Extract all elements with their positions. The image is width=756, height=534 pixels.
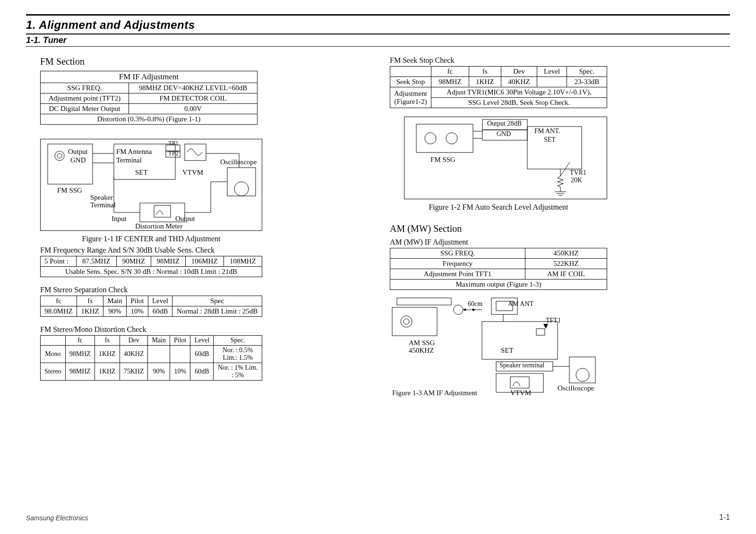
label-gnd: GND: [70, 156, 86, 164]
cell: 10%: [170, 363, 190, 381]
cell: fs: [94, 336, 120, 346]
svg-point-22: [446, 133, 457, 144]
label-set3: SET: [501, 347, 514, 355]
cell: fc: [65, 336, 94, 346]
seek-stop-table: fc fs Dev Level Spec. Seek Stop 98MHZ 1K…: [390, 66, 607, 108]
cell: Main: [103, 296, 126, 306]
cell: Adjust TVR1(MIC6 30Pin Voltage 2.10V+/-0…: [431, 87, 607, 98]
top-rule: [26, 14, 730, 16]
label-60cm: 60cm: [468, 300, 482, 308]
cell: [390, 67, 431, 77]
cell: 75KHZ: [120, 363, 148, 381]
figure-1-3: 60cm AM ANT TFT1 AM SSG 450KHZ SET Speak…: [390, 296, 607, 397]
label-am-ssg: AM SSG: [409, 339, 435, 347]
label-tvr1: TVR1: [570, 169, 586, 177]
svg-rect-49: [569, 357, 595, 383]
cell: fs: [469, 67, 501, 77]
cell: fc: [431, 67, 469, 77]
label-set: SET: [544, 136, 556, 144]
cell: Pilot: [170, 336, 190, 346]
cell: 98MHZ: [151, 256, 185, 267]
svg-rect-33: [392, 307, 437, 336]
cell: Pilot: [126, 296, 148, 306]
label-terminal2: Terminal: [90, 201, 116, 209]
cell: 90%: [148, 363, 170, 381]
svg-point-34: [401, 316, 412, 327]
svg-point-2: [57, 153, 62, 158]
cell: Normal : 28dB Limit : 25dB: [172, 306, 262, 317]
cell: Seek Stop: [390, 77, 431, 87]
label-fm-ssg2: FM SSG: [430, 156, 455, 164]
cell: SSG FREQ.: [41, 83, 129, 93]
footer-left: Samsung Electronics: [26, 514, 88, 522]
cell: 60dB: [148, 306, 172, 317]
footer-right: 1-1: [719, 513, 730, 522]
label-input: Input: [112, 215, 127, 223]
label-450khz: 450KHZ: [409, 347, 434, 355]
fm-dist-check-title: FM Stereo/Mono Distortion Check: [40, 325, 366, 334]
svg-marker-39: [472, 308, 475, 311]
cell: 98MHZ DEV=40KHZ LEVEL=60dB: [129, 83, 258, 93]
cell: Nor. : 0.5% Lim.: 1.5%: [214, 346, 262, 363]
cell: 1KHZ: [77, 306, 103, 317]
fm-if-caption: FM IF Adjustment: [44, 72, 253, 82]
label-distortion-meter: Distortion Meter: [135, 222, 182, 230]
figure-1-2: Output 28dB GND FM ANT. SET FM SSG TVR1 …: [404, 117, 607, 199]
svg-marker-45: [543, 324, 548, 329]
cell: 106MHZ: [185, 256, 223, 267]
cell: fs: [77, 296, 103, 306]
am-section-heading: AM (MW) Section: [390, 223, 730, 234]
fm-stereo-sep-title: FM Stereo Separation Check: [40, 286, 366, 294]
cell: Adjustment Point TFT1: [390, 269, 525, 280]
cell: Adjustment (Figure1-2): [390, 87, 431, 108]
figure-1-1-caption: Figure 1-1 IF CENTER and THD Adjustment: [40, 235, 262, 243]
cell: 98MHZ: [431, 77, 469, 87]
svg-rect-6: [185, 144, 206, 161]
svg-rect-10: [154, 205, 171, 217]
svg-rect-44: [536, 329, 545, 335]
cell: Level: [148, 296, 172, 306]
fm-stereo-sep-table: fc fs Main Pilot Level Spec 98.0MHZ 1KHZ…: [40, 296, 262, 317]
cell: Dev: [120, 336, 148, 346]
cell: Level: [190, 336, 214, 346]
fm-freq-range-title: FM Frequency Range And S/N 30dB Usable S…: [40, 246, 366, 254]
svg-point-50: [576, 368, 589, 381]
cell: Spec.: [567, 67, 607, 77]
label-speaker-terminal: Speaker terminal: [499, 362, 544, 369]
label-oscilloscope2: Oscilloscope: [558, 384, 594, 392]
cell: AM IF COIL: [525, 269, 607, 280]
svg-marker-40: [463, 308, 466, 311]
svg-point-21: [425, 133, 436, 144]
cell: Spec: [172, 296, 262, 306]
fm-dist-check-table: fc fs Dev Main Pilot Level Spec. Mono 98…: [40, 335, 262, 381]
label-fm-antenna: FM Antenna: [116, 148, 152, 156]
label-fm-ant: FM ANT.: [534, 127, 560, 135]
cell: 40KHZ: [501, 77, 537, 87]
label-fm-ssg: FM SSG: [57, 186, 82, 195]
cell: 87.5MHZ: [76, 256, 116, 267]
label-output-28db: Output 28dB: [487, 120, 522, 127]
fm-section-heading: FM Section: [40, 56, 366, 67]
cell: 98.0MHZ: [41, 306, 77, 317]
cell: 90MHZ: [116, 256, 151, 267]
label-output2: Output: [175, 215, 195, 223]
label-speaker: Speaker: [90, 194, 113, 202]
fm-if-adjustment-table: FM IF Adjustment SSG FREQ.98MHZ DEV=40KH…: [40, 71, 258, 125]
label-output: Output: [68, 148, 88, 156]
cell: 98MHZ: [65, 363, 94, 381]
page-subtitle: 1-1. Tuner: [26, 34, 730, 47]
label-vtvm2: VTVM: [510, 389, 531, 397]
am-if-title: AM (MW) IF Adjustment: [390, 238, 730, 246]
cell: Usable Sens. Spec. S/N 30 dB : Normal : …: [41, 267, 262, 277]
cell: 1KHZ: [94, 346, 120, 363]
svg-rect-36: [397, 298, 451, 305]
cell: 108MHZ: [223, 256, 262, 267]
cell: 522KHZ: [525, 259, 607, 269]
cell: Spec.: [214, 336, 262, 346]
cell: DC Digital Meter Output: [41, 104, 129, 114]
cell: Level: [537, 67, 567, 77]
svg-point-8: [234, 182, 249, 196]
svg-point-1: [55, 151, 64, 161]
cell: 90%: [103, 306, 126, 317]
cell: [170, 346, 190, 363]
